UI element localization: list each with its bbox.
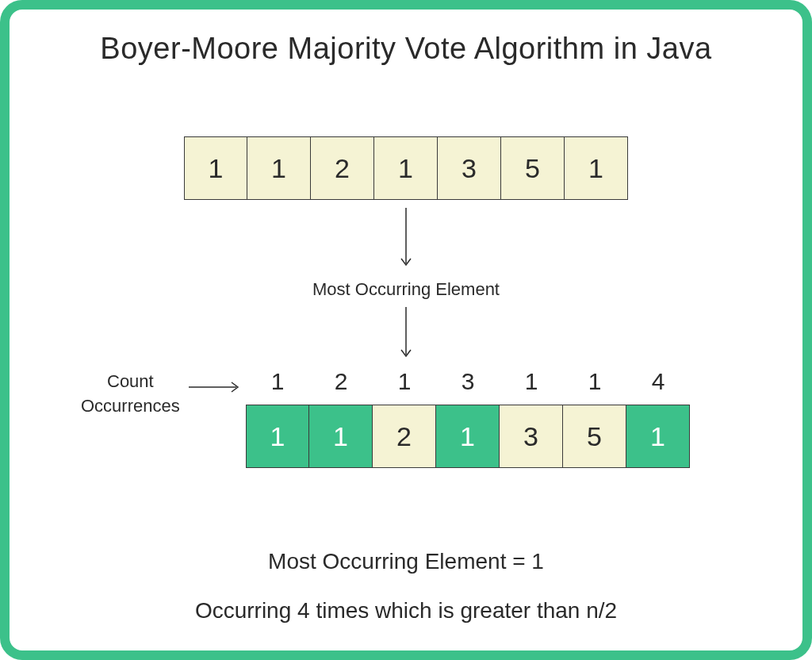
array-cell-highlighted: 1 <box>309 405 373 468</box>
array-cell: 1 <box>374 136 438 200</box>
side-label-line2: Occurrences <box>81 396 180 416</box>
count-value: 1 <box>500 368 563 395</box>
count-value: 2 <box>309 368 373 395</box>
side-label-line1: Count <box>107 371 154 391</box>
array-cell: 2 <box>373 405 436 468</box>
array-cell: 2 <box>311 136 374 200</box>
result-text-1: Most Occurring Element = 1 <box>268 549 544 574</box>
input-array: 1 1 2 1 3 5 1 <box>184 136 628 200</box>
array-cell: 1 <box>565 136 628 200</box>
diagram-frame: Boyer-Moore Majority Vote Algorithm in J… <box>0 0 812 660</box>
counts-row: 1 2 1 3 1 1 4 <box>246 368 690 395</box>
arrow-down-icon <box>398 307 414 363</box>
array-cell: 1 <box>184 136 247 200</box>
count-value: 3 <box>436 368 500 395</box>
result-text-2: Occurring 4 times which is greater than … <box>195 598 617 624</box>
arrow-right-icon <box>189 379 244 395</box>
arrow-down-icon <box>398 208 414 271</box>
array-cell: 3 <box>438 136 501 200</box>
mid-label: Most Occurring Element <box>312 279 500 300</box>
array-cell: 5 <box>563 405 626 468</box>
count-value: 4 <box>626 368 690 395</box>
page-title: Boyer-Moore Majority Vote Algorithm in J… <box>10 32 802 66</box>
count-value: 1 <box>373 368 436 395</box>
count-value: 1 <box>563 368 626 395</box>
array-cell-highlighted: 1 <box>436 405 500 468</box>
array-cell-highlighted: 1 <box>246 405 309 468</box>
side-label: Count Occurrences <box>81 370 180 419</box>
count-value: 1 <box>246 368 309 395</box>
array-cell-highlighted: 1 <box>626 405 690 468</box>
result-array: 1 1 2 1 3 5 1 <box>246 405 690 468</box>
array-cell: 1 <box>247 136 311 200</box>
array-cell: 3 <box>500 405 563 468</box>
array-cell: 5 <box>501 136 565 200</box>
